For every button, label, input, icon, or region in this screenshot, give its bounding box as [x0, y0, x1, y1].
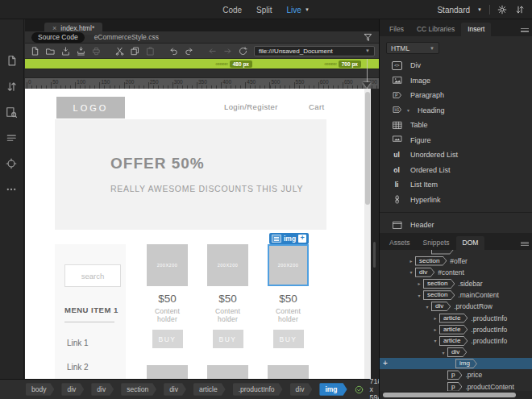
page-logo[interactable]: LOGO	[56, 97, 125, 118]
cut-icon[interactable]	[114, 45, 126, 56]
buy-button[interactable]: BUY	[273, 330, 304, 348]
canvas-scrollbar[interactable]	[364, 89, 371, 379]
tag-selector-item[interactable]: article	[193, 383, 226, 396]
panel-tab-dom[interactable]: DOM	[456, 236, 485, 250]
dom-tag-shape[interactable]: article	[439, 336, 468, 346]
breakpoint-480[interactable]: ««««« 480 px	[215, 60, 252, 68]
panel-splitter-grip[interactable]	[373, 242, 376, 268]
buy-button[interactable]: BUY	[152, 330, 183, 348]
insert-item-unordered-list[interactable]: ulUnordered List	[380, 148, 532, 163]
product-image[interactable]: 200X200	[207, 244, 248, 286]
element-display-hud[interactable]: img +	[269, 233, 309, 244]
dom-node-article-productInfo[interactable]: ▾article.productInfo	[380, 335, 532, 347]
sidebar-link-1[interactable]: Link 1	[67, 339, 89, 347]
dom-tag-shape[interactable]: p	[447, 382, 462, 391]
save-icon[interactable]	[60, 45, 72, 56]
insert-item-figure[interactable]: Figure	[380, 133, 532, 148]
dom-tag-shape[interactable]: article	[439, 314, 468, 323]
nav-login-register-link[interactable]: Login/Register	[224, 102, 278, 111]
dom-tag-shape[interactable]: p	[447, 370, 462, 380]
product-image-next-row[interactable]	[207, 365, 248, 379]
redo-icon[interactable]	[183, 45, 195, 56]
collapse-arrow-icon[interactable]: ▾	[423, 304, 431, 310]
live-view-button[interactable]: Live▼	[287, 6, 310, 15]
panel-tab-assets[interactable]: Assets	[383, 236, 417, 250]
insert-item-ordered-list[interactable]: olOrdered List	[380, 163, 532, 178]
gear-icon[interactable]	[497, 5, 508, 15]
expand-arrow-icon[interactable]: ▸	[431, 315, 439, 321]
dom-node-section-sidebar[interactable]: ▸section.sidebar	[380, 278, 532, 289]
product-image[interactable]: 200X200	[268, 244, 309, 286]
dom-node-img[interactable]: +img	[380, 358, 532, 369]
dom-tag-shape[interactable]: img	[455, 359, 477, 368]
tag-selector-item[interactable]: div	[290, 383, 313, 396]
product-image-next-row[interactable]	[268, 365, 309, 379]
dom-tag-shape[interactable]: article	[439, 325, 468, 335]
viewport-marker-handle[interactable]	[363, 82, 371, 88]
search-input[interactable]: search	[64, 264, 121, 287]
insert-item-header[interactable]: Header	[380, 218, 532, 233]
insert-item-table[interactable]: Table	[380, 118, 532, 133]
dom-node-p-productContent[interactable]: p.productContent	[380, 381, 532, 391]
tag-selector-item[interactable]: div	[61, 383, 84, 396]
scrollbar-thumb[interactable]	[383, 393, 516, 397]
sidebar-link-2[interactable]: Link 2	[67, 363, 89, 372]
expand-arrow-icon[interactable]: ▸	[431, 326, 439, 332]
dom-node-section-offer[interactable]: ▸section#offer	[380, 256, 532, 267]
copy-icon[interactable]	[129, 45, 141, 56]
dom-tag-shape[interactable]: div	[447, 347, 467, 357]
dom-tag-shape[interactable]: section	[423, 279, 455, 289]
insert-item-list-item[interactable]: liList Item	[380, 177, 532, 193]
panel-tab-snippets[interactable]: Snippets	[417, 236, 456, 250]
url-bar[interactable]: file:///Unsaved_Document ▼	[254, 46, 375, 56]
undo-icon[interactable]	[168, 45, 180, 56]
dom-node-div-productRow[interactable]: ▾div.productRow	[380, 301, 532, 312]
code-view-button[interactable]: Code	[222, 6, 242, 15]
dom-node-article-productInfo[interactable]: ▸article.productInfo	[380, 324, 532, 335]
sync-arrows-icon[interactable]	[515, 5, 526, 15]
panel-tab-files[interactable]: Files	[383, 23, 410, 36]
add-element-icon[interactable]: +	[298, 235, 306, 243]
new-file-icon[interactable]	[29, 45, 41, 56]
align-lines-icon[interactable]	[6, 132, 18, 144]
dom-node-div[interactable]: ▾div	[380, 347, 532, 358]
nav-cart-link[interactable]: Cart	[309, 102, 325, 111]
panel-menu-icon[interactable]	[521, 242, 529, 246]
file-icon[interactable]	[6, 55, 18, 67]
workspace-switcher[interactable]: Standard	[437, 6, 470, 15]
tag-selector-selected[interactable]: img	[319, 383, 347, 396]
insert-item-heading[interactable]: H1▼Heading	[380, 103, 532, 118]
tag-selector-item[interactable]: div	[91, 383, 114, 396]
insert-item-div[interactable]: <>Div	[380, 58, 532, 73]
collapse-arrow-icon[interactable]: ▾	[407, 269, 415, 275]
dom-node-p-price[interactable]: p.price	[380, 369, 532, 380]
insert-category-dropdown[interactable]: HTML ▼	[386, 42, 439, 54]
collapse-arrow-icon[interactable]: ▾	[439, 350, 447, 355]
tag-selector-item[interactable]: div	[164, 383, 186, 396]
insert-item-paragraph[interactable]: PParagraph	[380, 88, 532, 103]
scrollbar-thumb[interactable]	[365, 92, 370, 205]
dom-node-article-productInfo[interactable]: ▸article.productInfo	[380, 312, 532, 323]
open-folder-icon[interactable]	[44, 45, 56, 56]
close-icon[interactable]: ×	[52, 24, 56, 32]
chevron-down-icon[interactable]: ▼	[365, 48, 370, 53]
insert-item-image[interactable]: Image	[380, 73, 532, 89]
collapse-arrow-icon[interactable]: ▾	[431, 338, 439, 343]
offer-section[interactable]: OFFER 50% REALLY AWESOME DISCOUNTS THIS …	[55, 119, 326, 230]
tag-selector-item[interactable]: body	[26, 383, 54, 396]
dom-tag-shape[interactable]: div	[415, 268, 434, 277]
split-view-button[interactable]: Split	[256, 6, 272, 15]
more-icon[interactable]	[6, 184, 18, 196]
dom-tag-shape[interactable]: div	[431, 301, 451, 311]
inspect-icon[interactable]	[6, 158, 18, 170]
panel-tab-cc-libraries[interactable]: CC Libraries	[410, 23, 461, 36]
code-preview-icon[interactable]	[6, 106, 18, 118]
hamburger-icon[interactable]	[272, 235, 281, 243]
source-code-button[interactable]: Source Code	[31, 32, 85, 43]
dom-node-div-content[interactable]: ▾div#content	[380, 267, 532, 278]
expand-arrow-icon[interactable]: ▸	[415, 281, 423, 286]
chevron-down-icon[interactable]: ▼	[406, 108, 410, 113]
dom-tag-shape[interactable]: section	[415, 256, 447, 266]
panel-menu-icon[interactable]	[521, 28, 529, 32]
dom-tag-shape[interactable]: section	[423, 290, 455, 300]
